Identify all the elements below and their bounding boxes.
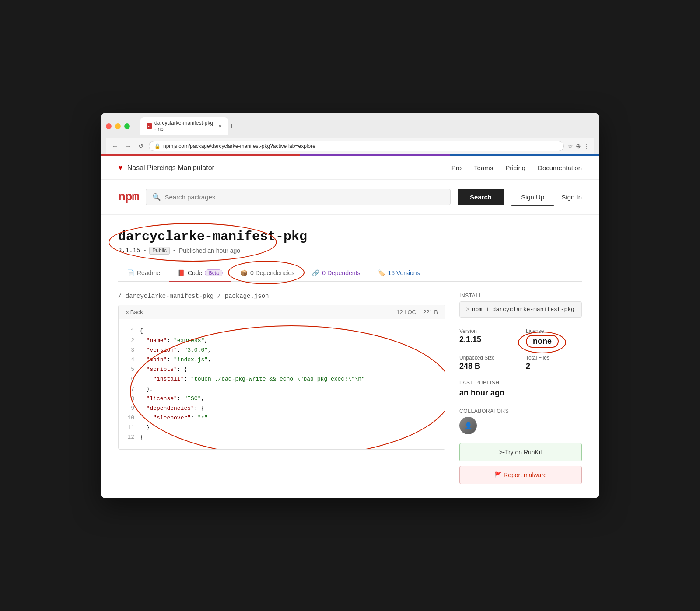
main-layout: / darcyclarke-manifest-pkg / package.jso… bbox=[118, 293, 582, 484]
lock-icon: 🔒 bbox=[154, 143, 161, 149]
tab-readme[interactable]: 📄 Readme bbox=[118, 265, 169, 282]
browser-controls: n darcyclarke-manifest-pkg - np ✕ + bbox=[106, 117, 594, 135]
browser-actions: ☆ ⊕ ⋮ bbox=[567, 143, 590, 150]
code-icon: 📕 bbox=[178, 269, 185, 276]
code-oval-wrapper: 1{2 "name": "express",3 "version": "3.0.… bbox=[119, 319, 445, 449]
search-bar-section: npm 🔍 Search Sign Up Sign In bbox=[101, 180, 599, 215]
code-toolbar: « Back 12 LOC 221 B bbox=[119, 305, 445, 319]
pkg-version: 2.1.15 bbox=[118, 247, 140, 254]
signup-button[interactable]: Sign Up bbox=[511, 189, 554, 206]
runkit-button[interactable]: >-Try on RunKit bbox=[459, 443, 582, 461]
npm-site: ♥ Nasal Piercings Manipulator Pro Teams … bbox=[101, 154, 599, 498]
file-path: / darcyclarke-manifest-pkg / package.jso… bbox=[118, 293, 445, 300]
nav-pricing[interactable]: Pricing bbox=[505, 164, 525, 171]
published-time: Published an hour ago bbox=[179, 247, 240, 254]
tab-versions-label: 16 Versions bbox=[388, 269, 420, 276]
back-button[interactable]: ← bbox=[110, 142, 120, 150]
search-button[interactable]: Search bbox=[458, 189, 504, 205]
install-section: Install > npm i darcyclarke-manifest-pkg bbox=[459, 293, 582, 318]
report-button[interactable]: 🚩 Report malware bbox=[459, 466, 582, 484]
visibility-badge: Public bbox=[149, 247, 170, 255]
star-icon[interactable]: ☆ bbox=[567, 143, 573, 150]
code-line-4: 4 "main": "index.js", bbox=[126, 355, 438, 365]
info-grid: Version 2.1.15 License none Unpacked Siz… bbox=[459, 328, 582, 371]
unpacked-info: Unpacked Size 248 B bbox=[459, 355, 515, 371]
search-input[interactable] bbox=[164, 193, 444, 201]
npm-logo: npm bbox=[118, 190, 139, 204]
browser-tab[interactable]: n darcyclarke-manifest-pkg - np ✕ bbox=[140, 117, 228, 135]
tab-versions[interactable]: 🏷️ 16 Versions bbox=[369, 265, 428, 282]
refresh-button[interactable]: ↺ bbox=[136, 142, 145, 150]
tab-dependents-label: 0 Dependents bbox=[322, 269, 360, 276]
url-text: npmjs.com/package/darcyclarke-manifest-p… bbox=[163, 143, 315, 149]
code-line-1: 1{ bbox=[126, 326, 438, 336]
tab-title: darcyclarke-manifest-pkg - np bbox=[154, 120, 214, 132]
install-box[interactable]: > npm i darcyclarke-manifest-pkg bbox=[459, 301, 582, 318]
nav-teams[interactable]: Teams bbox=[474, 164, 493, 171]
tab-dependents[interactable]: 🔗 0 Dependents bbox=[303, 265, 369, 282]
code-line-2: 2 "name": "express", bbox=[126, 336, 438, 346]
back-link[interactable]: « Back bbox=[126, 309, 143, 315]
code-line-9: 9 "dependencies": { bbox=[126, 404, 438, 413]
license-val: none bbox=[526, 335, 559, 348]
total-files-label: Total Files bbox=[526, 355, 582, 361]
forward-button[interactable]: → bbox=[123, 142, 133, 150]
address-bar-row: ← → ↺ 🔒 npmjs.com/package/darcyclarke-ma… bbox=[106, 138, 594, 154]
license-wrapper: none bbox=[526, 335, 559, 348]
sidebar: Install > npm i darcyclarke-manifest-pkg… bbox=[459, 293, 582, 484]
signin-link[interactable]: Sign In bbox=[561, 193, 582, 201]
last-publish-val: an hour ago bbox=[459, 388, 582, 398]
pkg-header: darcyclarke-manifest-pkg 2.1.15 • Public… bbox=[118, 229, 582, 255]
version-info: Version 2.1.15 bbox=[459, 328, 515, 348]
version-val: 2.1.15 bbox=[459, 335, 515, 344]
code-line-8: 8 "license": "ISC", bbox=[126, 394, 438, 404]
install-label: Install bbox=[459, 293, 582, 299]
new-tab-button[interactable]: + bbox=[230, 122, 234, 130]
last-publish-section: Last publish an hour ago bbox=[459, 380, 582, 398]
search-input-wrap[interactable]: 🔍 bbox=[146, 189, 450, 205]
address-bar[interactable]: 🔒 npmjs.com/package/darcyclarke-manifest… bbox=[149, 141, 564, 151]
install-cmd: npm i darcyclarke-manifest-pkg bbox=[472, 306, 574, 313]
code-stats: 12 LOC 221 B bbox=[396, 309, 438, 315]
top-nav: ♥ Nasal Piercings Manipulator Pro Teams … bbox=[101, 156, 599, 180]
tab-code-label: Code bbox=[188, 269, 202, 276]
code-line-3: 3 "version": "3.0.0", bbox=[126, 346, 438, 355]
top-nav-links: Pro Teams Pricing Documentation bbox=[452, 164, 582, 171]
tab-readme-label: Readme bbox=[137, 269, 160, 276]
dot-separator2: • bbox=[173, 247, 175, 254]
package-name: darcyclarke-manifest-pkg bbox=[118, 229, 307, 244]
close-button[interactable] bbox=[106, 123, 112, 129]
maximize-button[interactable] bbox=[124, 123, 130, 129]
browser-window: n darcyclarke-manifest-pkg - np ✕ + ← → … bbox=[101, 113, 599, 498]
pkg-content: darcyclarke-manifest-pkg 2.1.15 • Public… bbox=[101, 215, 599, 498]
nav-documentation[interactable]: Documentation bbox=[538, 164, 582, 171]
code-line-5: 5 "scripts": { bbox=[126, 365, 438, 374]
code-main: / darcyclarke-manifest-pkg / package.jso… bbox=[118, 293, 445, 484]
tab-dependencies[interactable]: 📦 0 Dependencies bbox=[231, 265, 303, 282]
code-line-10: 10 "sleepover": "*" bbox=[126, 413, 438, 423]
menu-icon[interactable]: ⋮ bbox=[584, 143, 590, 150]
extension-icon[interactable]: ⊕ bbox=[576, 143, 581, 150]
minimize-button[interactable] bbox=[115, 123, 121, 129]
version-label: Version bbox=[459, 328, 515, 334]
tab-code[interactable]: 📕 Code Beta bbox=[169, 265, 231, 282]
tab-close-icon[interactable]: ✕ bbox=[218, 124, 222, 129]
code-line-12: 12} bbox=[126, 433, 438, 442]
readme-icon: 📄 bbox=[127, 269, 134, 276]
nav-pro[interactable]: Pro bbox=[452, 164, 462, 171]
search-icon: 🔍 bbox=[152, 193, 161, 201]
tabs-row: 📄 Readme 📕 Code Beta 📦 0 Dependencies bbox=[118, 265, 582, 282]
total-files-info: Total Files 2 bbox=[526, 355, 582, 371]
tab-dependencies-wrapper: 📦 0 Dependencies bbox=[231, 265, 303, 281]
report-label: Report malware bbox=[504, 471, 547, 478]
brand-name: Nasal Piercings Manipulator bbox=[127, 164, 214, 172]
total-files-val: 2 bbox=[526, 362, 582, 371]
pkg-meta: 2.1.15 • Public • Published an hour ago bbox=[118, 247, 307, 255]
code-block: 1{2 "name": "express",3 "version": "3.0.… bbox=[119, 319, 445, 449]
code-line-11: 11 } bbox=[126, 423, 438, 433]
size-stat: 221 B bbox=[423, 309, 438, 315]
collaborators-section: Collaborators 👤 bbox=[459, 408, 582, 434]
tab-deps-label: 0 Dependencies bbox=[250, 269, 294, 276]
loc-stat: 12 LOC bbox=[396, 309, 416, 315]
heart-icon: ♥ bbox=[118, 163, 123, 172]
